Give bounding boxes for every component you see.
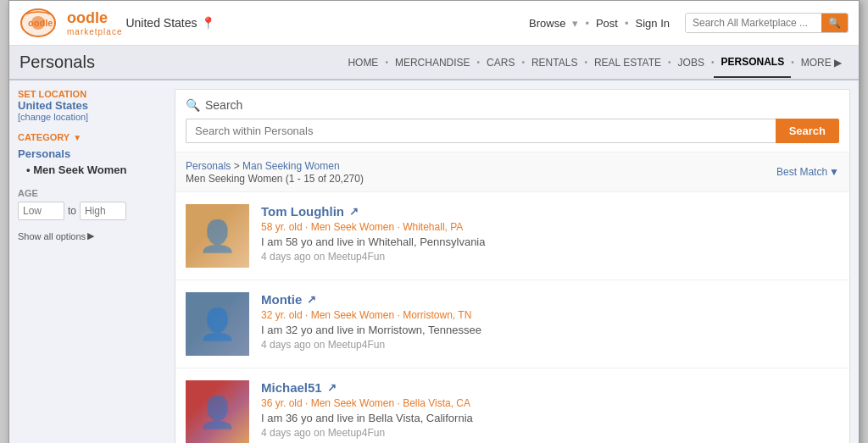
listing-date: 4 days ago on Meetup4Fun [261,339,839,351]
sidebar-location-value: United States [18,99,166,112]
location-pin-icon: 📍 [201,16,215,30]
category-arrow-icon: ▼ [73,133,81,142]
top-navigation: HOME • MERCHANDISE • CARS • RENTALS • RE… [341,47,849,78]
results-label: Men Seeking Women [186,173,283,185]
location-display[interactable]: United States 📍 [125,16,218,30]
nav-realestate[interactable]: REAL ESTATE [587,48,668,77]
change-location-link[interactable]: [change location] [18,112,166,122]
nav-jobs[interactable]: JOBS [671,48,711,77]
listing-item: 👤 Michael51 ↗ 36 yr. old · Men Seek Wome… [175,368,849,443]
age-low-input[interactable] [18,202,64,220]
search-input[interactable] [186,119,776,143]
listing-desc: I am 32 yo and live in Morristown, Tenne… [261,324,839,336]
search-icon: 🔍 [186,98,200,112]
show-all-arrow-icon: ▶ [87,230,94,241]
svg-text:oodle: oodle [28,18,53,28]
sidebar: SET LOCATION United States [change locat… [18,89,166,443]
logo-text-wrap: oodle marketplace [67,9,122,36]
age-section: AGE to [18,188,166,220]
listing-meta: 32 yr. old · Men Seek Women · Morristown… [261,309,839,321]
search-title: 🔍 Search [186,98,839,112]
sort-select[interactable]: Best Match ▼ [776,166,839,178]
logo[interactable]: oodle [19,8,57,38]
nav-bar: Personals HOME • MERCHANDISE • CARS • RE… [9,46,859,80]
signin-link[interactable]: Sign In [636,17,670,30]
listing-name[interactable]: Tom Loughlin ↗ [261,204,839,219]
listing-item: 👤 Tom Loughlin ↗ 58 yr. old · Men Seek W… [175,192,849,280]
set-location-label: SET LOCATION [18,89,166,99]
breadcrumb-results: Personals > Man Seeking Women Men Seekin… [186,159,364,185]
listing-info: Tom Loughlin ↗ 58 yr. old · Men Seek Wom… [261,204,839,268]
listing-date: 4 days ago on Meetup4Fun [261,427,839,439]
category-personals[interactable]: Personals [18,146,166,162]
location-text: United States [125,16,197,30]
nav-more[interactable]: MORE ▶ [794,48,849,77]
search-bar: 🔍 Search Search [175,90,849,152]
nav-merchandise[interactable]: MERCHANDISE [388,48,477,77]
category-label: CATEGORY ▼ [18,132,166,142]
listings-container: 👤 Tom Loughlin ↗ 58 yr. old · Men Seek W… [175,192,849,443]
header-search-button[interactable]: 🔍 [821,14,848,32]
age-high-input[interactable] [80,202,126,220]
header-search-form: 🔍 [685,13,849,33]
listing-info: Michael51 ↗ 36 yr. old · Men Seek Women … [261,380,839,443]
show-all-options[interactable]: Show all options ▶ [18,230,166,241]
breadcrumb-man-seeking-women[interactable]: Man Seeking Women [242,160,340,172]
age-to-label: to [68,205,76,217]
listing-image: 👤 [186,204,249,268]
listing-desc: I am 36 yo and live in Bella Vista, Cali… [261,412,839,424]
header-search-input[interactable] [686,14,821,32]
search-input-wrap: Search [186,119,839,143]
browse-link[interactable]: Browse [529,17,565,30]
listing-date: 4 days ago on Meetup4Fun [261,251,839,263]
share-icon[interactable]: ↗ [349,205,359,218]
main-panel: 🔍 Search Search Personals > Man Seeking … [175,89,850,443]
listing-info: Montie ↗ 32 yr. old · Men Seek Women · M… [261,292,839,356]
logo-subtitle: marketplace [67,27,122,36]
results-header: Personals > Man Seeking Women Men Seekin… [175,152,849,192]
post-link[interactable]: Post [596,17,618,30]
sort-arrow-icon: ▼ [829,166,839,178]
nav-rentals[interactable]: RENTALS [525,48,584,77]
category-men-seek-women[interactable]: Men Seek Women [18,162,166,178]
listing-meta: 36 yr. old · Men Seek Women · Bella Vist… [261,397,839,409]
listing-image: 👤 [186,292,249,356]
listing-desc: I am 58 yo and live in Whitehall, Pennsy… [261,235,839,248]
breadcrumb-personals[interactable]: Personals [186,160,231,172]
search-button[interactable]: Search [776,119,839,143]
listing-item: 👤 Montie ↗ 32 yr. old · Men Seek Women ·… [175,280,849,368]
listing-image: 👤 [186,380,249,443]
age-inputs: to [18,202,166,220]
share-icon[interactable]: ↗ [327,381,337,394]
listing-meta: 58 yr. old · Men Seek Women · Whitehall,… [261,221,839,233]
page-title: Personals [19,46,95,79]
results-count: (1 - 15 of 20,270) [286,173,364,185]
set-location-section: SET LOCATION United States [change locat… [18,89,166,122]
nav-personals[interactable]: PERSONALS [714,47,791,78]
listing-name[interactable]: Michael51 ↗ [261,380,839,395]
listing-name[interactable]: Montie ↗ [261,292,839,307]
nav-home[interactable]: HOME [341,48,385,77]
nav-cars[interactable]: CARS [480,48,521,77]
logo-name: oodle [67,9,122,27]
age-label: AGE [18,188,166,198]
share-icon[interactable]: ↗ [307,293,316,306]
category-section: CATEGORY ▼ Personals Men Seek Women [18,132,166,178]
header-nav: Browse ▾ • Post • Sign In 🔍 [529,13,849,33]
